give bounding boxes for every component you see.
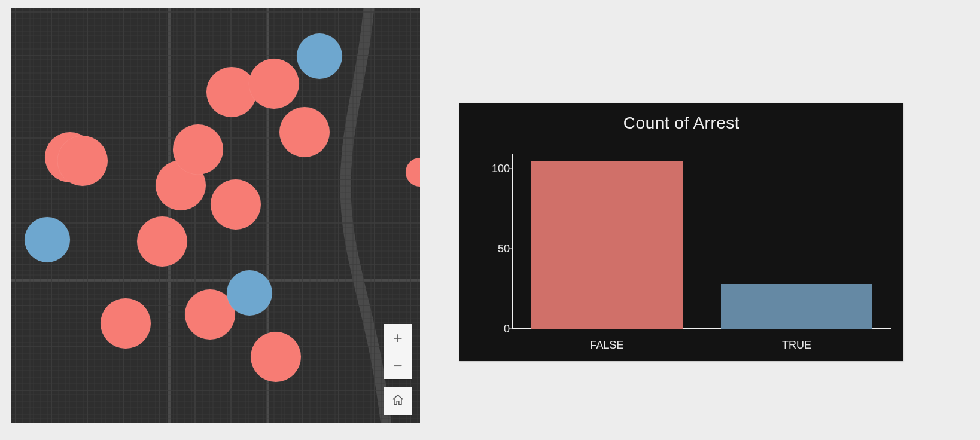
map-point-false[interactable] <box>211 179 261 230</box>
map-controls: + − <box>384 324 412 415</box>
y-tick-label: 50 <box>486 243 510 255</box>
zoom-control: + − <box>384 324 412 379</box>
minus-icon: − <box>393 358 402 374</box>
map-point-false[interactable] <box>279 107 330 157</box>
chart-panel: Count of Arrest 050100 FALSETRUE <box>459 103 903 361</box>
bar-true[interactable] <box>721 284 873 329</box>
map-point-true[interactable] <box>25 217 70 262</box>
map-point-false[interactable] <box>137 216 187 267</box>
bar-slot <box>702 154 891 329</box>
x-axis-labels: FALSETRUE <box>512 339 891 352</box>
zoom-out-button[interactable]: − <box>384 352 412 379</box>
home-icon <box>391 393 404 409</box>
chart-title: Count of Arrest <box>459 114 903 133</box>
map-surface[interactable] <box>11 8 420 423</box>
map-point-true[interactable] <box>297 33 342 79</box>
x-tick-label: TRUE <box>702 339 891 352</box>
map-point-false[interactable] <box>249 59 299 109</box>
bar-slot <box>512 154 702 329</box>
zoom-in-button[interactable]: + <box>384 324 412 352</box>
y-tick-label: 100 <box>486 163 510 175</box>
map-point-false[interactable] <box>173 124 223 175</box>
map-point-false[interactable] <box>206 67 257 117</box>
map-point-true[interactable] <box>227 270 272 316</box>
plus-icon: + <box>393 330 402 346</box>
home-extent-button[interactable] <box>384 387 412 415</box>
y-tick-label: 0 <box>486 323 510 335</box>
chart-plot-area: 050100 <box>486 154 891 329</box>
map-point-false[interactable] <box>57 136 108 186</box>
bar-false[interactable] <box>531 161 683 329</box>
map-point-false[interactable] <box>251 332 301 382</box>
map-panel[interactable]: + − <box>11 8 420 423</box>
map-point-false[interactable] <box>101 298 151 349</box>
x-tick-label: FALSE <box>512 339 702 352</box>
